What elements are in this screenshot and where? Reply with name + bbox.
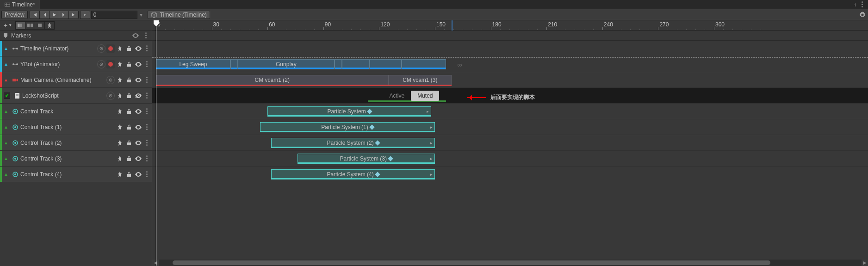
clip[interactable] bbox=[342, 59, 370, 69]
mute-icon[interactable] bbox=[134, 76, 143, 84]
lane-4[interactable]: Particle System ▸ bbox=[152, 104, 868, 119]
tab-timeline[interactable]: Timeline* bbox=[0, 0, 40, 9]
pin-icon[interactable] bbox=[116, 155, 124, 163]
lane-7[interactable]: Particle System (3) ▸ bbox=[152, 151, 868, 167]
playhead[interactable] bbox=[156, 20, 156, 266]
mute-icon[interactable] bbox=[134, 44, 143, 53]
lock-icon[interactable] bbox=[125, 92, 133, 100]
time-ruler[interactable]: 0306090120150180210240270300 bbox=[152, 20, 868, 31]
track-menu[interactable] bbox=[143, 155, 150, 161]
clip[interactable] bbox=[370, 59, 401, 69]
pin-icon[interactable] bbox=[116, 107, 124, 116]
binding-picker[interactable] bbox=[106, 76, 115, 84]
play-button[interactable] bbox=[49, 11, 59, 19]
clip[interactable]: Particle System (4) ▸ bbox=[271, 169, 435, 179]
lock-icon[interactable] bbox=[125, 155, 133, 163]
track-3[interactable]: ✔LockshotScript bbox=[0, 88, 152, 104]
track-menu[interactable] bbox=[143, 45, 150, 51]
pin-icon[interactable] bbox=[116, 76, 124, 84]
binding-picker[interactable] bbox=[97, 44, 105, 53]
pin-icon[interactable] bbox=[116, 123, 124, 131]
lock-icon[interactable] bbox=[125, 170, 133, 179]
content-panel[interactable]: 0306090120150180210240270300 Leg SweepGu… bbox=[152, 20, 868, 266]
dock-icon[interactable]: ⫞ bbox=[853, 1, 856, 8]
lock-icon[interactable] bbox=[125, 123, 133, 131]
binding-picker[interactable] bbox=[106, 92, 115, 100]
mute-icon[interactable] bbox=[134, 170, 143, 179]
tab-menu-icon[interactable] bbox=[859, 1, 865, 8]
markers-menu[interactable] bbox=[143, 32, 149, 38]
track-6[interactable]: ▲Control Track (2) bbox=[0, 135, 152, 151]
lane-0[interactable] bbox=[152, 41, 868, 56]
clip[interactable]: Particle System (1) ▸ bbox=[260, 122, 435, 132]
next-frame-button[interactable] bbox=[59, 11, 69, 19]
frame-field[interactable]: 0 bbox=[91, 11, 137, 19]
lock-icon[interactable] bbox=[125, 139, 133, 147]
pin-icon[interactable] bbox=[116, 170, 124, 179]
edit-mode-mix[interactable] bbox=[15, 21, 25, 30]
clip[interactable]: Leg Sweep bbox=[156, 59, 230, 69]
timeline-asset-ref[interactable]: Timeline (Timeline) bbox=[148, 11, 210, 19]
lock-icon[interactable] bbox=[125, 76, 133, 84]
clip[interactable] bbox=[402, 59, 446, 69]
prev-frame-button[interactable] bbox=[39, 11, 50, 19]
record-button[interactable] bbox=[106, 44, 115, 53]
clip[interactable]: Particle System (3) ▸ bbox=[298, 154, 435, 164]
markers-lane[interactable] bbox=[152, 31, 868, 41]
track-menu[interactable] bbox=[143, 61, 150, 67]
clip[interactable]: Particle System (2) ▸ bbox=[271, 138, 435, 148]
mute-icon[interactable] bbox=[134, 92, 143, 100]
scroll-left[interactable]: ◄ bbox=[152, 260, 159, 266]
active-button[interactable]: Active bbox=[383, 91, 411, 101]
track-0[interactable]: ▲Timeline (Animator) bbox=[0, 41, 152, 56]
lane-5[interactable]: Particle System (1) ▸ bbox=[152, 119, 868, 135]
lane-6[interactable]: Particle System (2) ▸ bbox=[152, 135, 868, 151]
mute-icon[interactable] bbox=[134, 107, 143, 116]
track-menu[interactable] bbox=[143, 93, 150, 99]
preview-button[interactable]: Preview bbox=[1, 11, 28, 19]
lane-1[interactable]: Leg SweepGunplay∞ bbox=[152, 56, 868, 72]
track-7[interactable]: ▲Control Track (3) bbox=[0, 151, 152, 167]
markers-visibility[interactable] bbox=[131, 31, 140, 40]
mute-icon[interactable] bbox=[134, 155, 143, 163]
clip[interactable] bbox=[230, 59, 238, 69]
add-track-button[interactable]: +▼ bbox=[2, 22, 14, 29]
edit-pin[interactable] bbox=[44, 21, 55, 30]
clip[interactable]: Particle System ▸ bbox=[267, 106, 431, 117]
track-menu[interactable] bbox=[143, 140, 150, 146]
mute-icon[interactable] bbox=[134, 139, 143, 147]
clip[interactable]: CM vcam1 (2) bbox=[156, 75, 389, 85]
pin-icon[interactable] bbox=[116, 139, 124, 147]
clip[interactable] bbox=[335, 59, 342, 69]
muted-button[interactable]: Muted bbox=[411, 91, 439, 101]
scroll-right[interactable]: ► bbox=[862, 260, 868, 266]
clip[interactable]: Gunplay bbox=[238, 59, 335, 69]
track-menu[interactable] bbox=[143, 77, 150, 83]
track-5[interactable]: ▲Control Track (1) bbox=[0, 119, 152, 135]
lane-8[interactable]: Particle System (4) ▸ bbox=[152, 167, 868, 182]
mute-icon[interactable] bbox=[134, 60, 143, 68]
binding-picker[interactable] bbox=[97, 60, 105, 68]
goto-end-button[interactable] bbox=[68, 11, 79, 19]
track-checkbox[interactable]: ✔ bbox=[4, 93, 10, 99]
horizontal-scrollbar[interactable]: ◄ ► bbox=[152, 260, 868, 266]
play-range-button[interactable] bbox=[80, 11, 90, 19]
edit-mode-ripple[interactable] bbox=[25, 21, 35, 30]
track-menu[interactable] bbox=[143, 124, 150, 130]
lock-icon[interactable] bbox=[125, 44, 133, 53]
track-menu[interactable] bbox=[143, 108, 150, 114]
lock-icon[interactable] bbox=[125, 60, 133, 68]
lane-2[interactable]: CM vcam1 (2)CM vcam1 (3) bbox=[152, 72, 868, 88]
record-button[interactable] bbox=[106, 60, 115, 68]
clip[interactable]: CM vcam1 (3) bbox=[389, 75, 452, 85]
track-4[interactable]: ▲Control Track bbox=[0, 104, 152, 119]
goto-start-button[interactable] bbox=[30, 11, 40, 19]
pin-icon[interactable] bbox=[116, 92, 124, 100]
pin-icon[interactable] bbox=[116, 44, 124, 53]
pin-icon[interactable] bbox=[116, 60, 124, 68]
track-8[interactable]: ▲Control Track (4) bbox=[0, 167, 152, 182]
track-menu[interactable] bbox=[143, 171, 150, 177]
settings-button[interactable] bbox=[857, 9, 868, 20]
track-1[interactable]: ▲YBot (Animator) bbox=[0, 56, 152, 72]
track-2[interactable]: ▲Main Camera (Cinemachine) bbox=[0, 72, 152, 88]
